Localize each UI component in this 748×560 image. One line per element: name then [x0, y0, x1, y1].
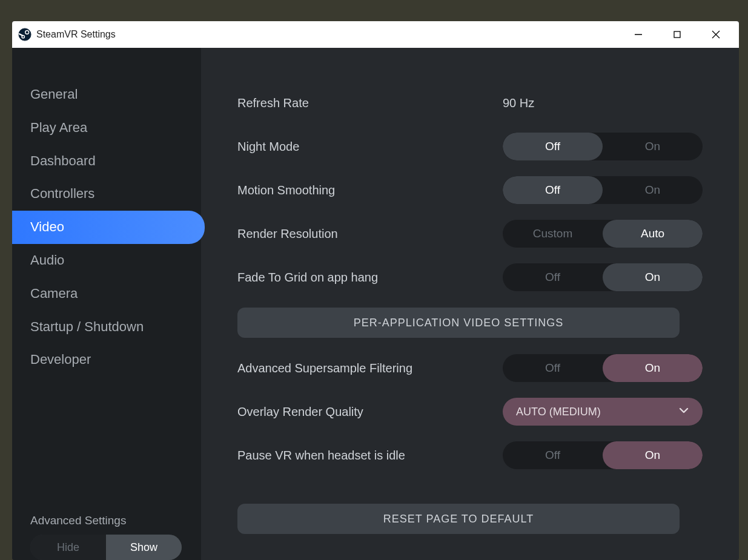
sidebar-item-general[interactable]: General	[12, 78, 205, 111]
pause-idle-row: Pause VR when headset is idle Off On	[237, 433, 703, 477]
advanced-settings-label: Advanced Settings	[12, 514, 201, 535]
steamvr-icon	[18, 28, 31, 41]
maximize-button[interactable]	[666, 25, 688, 44]
pause-idle-on[interactable]: On	[603, 441, 703, 469]
content-panel: Refresh Rate 90 Hz Night Mode Off On Mot…	[201, 48, 739, 560]
supersample-on[interactable]: On	[603, 354, 703, 382]
night-mode-off[interactable]: Off	[503, 133, 603, 160]
fade-to-grid-row: Fade To Grid on app hang Off On	[237, 255, 703, 299]
refresh-rate-row: Refresh Rate 90 Hz	[237, 81, 703, 125]
motion-smoothing-toggle[interactable]: Off On	[503, 176, 703, 204]
pause-idle-off[interactable]: Off	[503, 441, 603, 469]
motion-smoothing-label: Motion Smoothing	[237, 183, 503, 197]
render-resolution-toggle[interactable]: Custom Auto	[503, 220, 703, 248]
overlay-quality-dropdown[interactable]: AUTO (MEDIUM)	[503, 398, 703, 426]
overlay-quality-row: Overlay Render Quality AUTO (MEDIUM)	[237, 390, 703, 433]
close-button[interactable]	[705, 25, 727, 44]
chevron-down-icon	[678, 405, 689, 419]
advanced-show-option[interactable]: Show	[106, 535, 182, 560]
render-resolution-label: Render Resolution	[237, 227, 503, 241]
render-resolution-auto[interactable]: Auto	[603, 220, 703, 248]
fade-to-grid-toggle[interactable]: Off On	[503, 263, 703, 291]
svg-rect-4	[674, 31, 680, 38]
sidebar-item-controllers[interactable]: Controllers	[12, 177, 205, 211]
render-resolution-custom[interactable]: Custom	[503, 220, 603, 248]
sidebar-item-developer[interactable]: Developer	[12, 343, 205, 377]
sidebar-item-dashboard[interactable]: Dashboard	[12, 145, 205, 178]
supersample-off[interactable]: Off	[503, 354, 603, 382]
advanced-hide-option[interactable]: Hide	[30, 535, 106, 560]
per-application-settings-button[interactable]: PER-APPLICATION VIDEO SETTINGS	[237, 308, 680, 338]
render-resolution-row: Render Resolution Custom Auto	[237, 212, 703, 255]
minimize-button[interactable]	[627, 25, 649, 44]
refresh-rate-label: Refresh Rate	[237, 96, 503, 110]
fade-to-grid-on[interactable]: On	[603, 263, 703, 291]
sidebar: General Play Area Dashboard Controllers …	[12, 48, 201, 560]
sidebar-item-startup-shutdown[interactable]: Startup / Shutdown	[12, 311, 205, 344]
refresh-rate-value: 90 Hz	[503, 96, 703, 110]
titlebar: SteamVR Settings	[12, 21, 739, 48]
window-title: SteamVR Settings	[36, 29, 627, 40]
window-controls	[627, 25, 727, 44]
sidebar-item-video[interactable]: Video	[12, 211, 205, 244]
night-mode-on[interactable]: On	[603, 133, 703, 160]
night-mode-toggle[interactable]: Off On	[503, 133, 703, 160]
night-mode-row: Night Mode Off On	[237, 125, 703, 168]
motion-smoothing-row: Motion Smoothing Off On	[237, 168, 703, 212]
supersample-label: Advanced Supersample Filtering	[237, 361, 503, 375]
night-mode-label: Night Mode	[237, 140, 503, 154]
fade-to-grid-off[interactable]: Off	[503, 263, 603, 291]
sidebar-item-audio[interactable]: Audio	[12, 244, 205, 277]
settings-window: SteamVR Settings General Play Area Dashb…	[12, 21, 739, 560]
reset-page-button[interactable]: RESET PAGE TO DEFAULT	[237, 504, 680, 534]
fade-to-grid-label: Fade To Grid on app hang	[237, 271, 503, 285]
motion-smoothing-off[interactable]: Off	[503, 176, 603, 204]
pause-idle-toggle[interactable]: Off On	[503, 441, 703, 469]
overlay-quality-label: Overlay Render Quality	[237, 405, 503, 419]
supersample-row: Advanced Supersample Filtering Off On	[237, 346, 703, 390]
window-body: General Play Area Dashboard Controllers …	[12, 48, 739, 560]
pause-idle-label: Pause VR when headset is idle	[237, 449, 503, 463]
overlay-quality-value: AUTO (MEDIUM)	[516, 406, 601, 418]
sidebar-item-play-area[interactable]: Play Area	[12, 111, 205, 145]
advanced-settings-toggle[interactable]: Hide Show	[30, 535, 182, 560]
motion-smoothing-on[interactable]: On	[603, 176, 703, 204]
supersample-toggle[interactable]: Off On	[503, 354, 703, 382]
sidebar-item-camera[interactable]: Camera	[12, 277, 205, 311]
